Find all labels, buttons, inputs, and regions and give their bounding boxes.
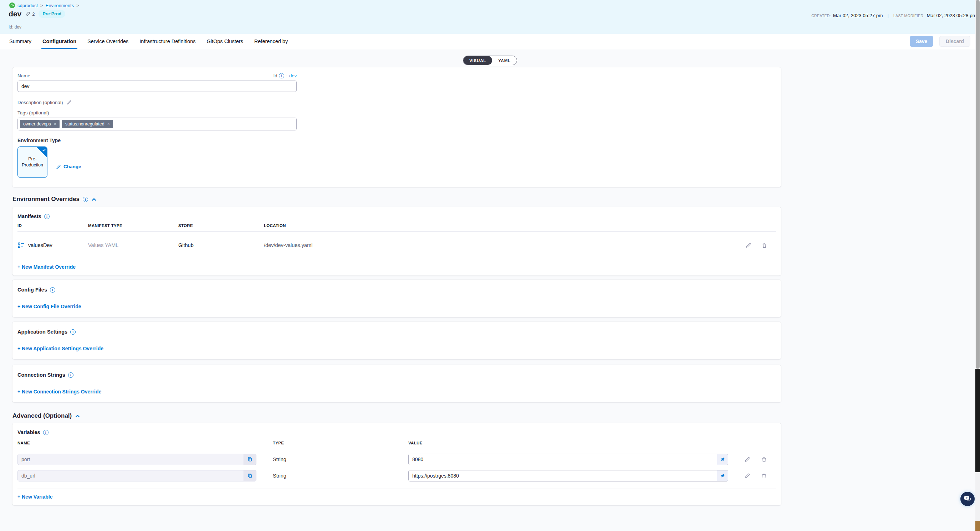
new-config-file-override-link[interactable]: + New Config File Override (18, 304, 81, 309)
config-files-card: Config Files i + New Config File Overrid… (13, 280, 781, 317)
pin-icon[interactable] (717, 471, 728, 481)
tab-infrastructure-definitions[interactable]: Infrastructure Definitions (140, 34, 196, 49)
delete-manifest-icon[interactable] (761, 243, 767, 248)
copy-icon[interactable] (243, 454, 256, 465)
page-title: dev (8, 10, 21, 18)
new-manifest-override-link[interactable]: + New Manifest Override (18, 264, 76, 270)
copy-icon[interactable] (243, 471, 256, 481)
variable-value-input[interactable] (409, 454, 717, 465)
name-label: Name (18, 73, 30, 78)
connection-strings-title: Connection Strings (18, 372, 65, 378)
discard-button[interactable]: Discard (939, 36, 970, 47)
info-icon[interactable]: i (50, 287, 55, 293)
divider (18, 488, 776, 489)
info-icon[interactable]: i (70, 329, 76, 334)
column-value: VALUE (408, 441, 728, 445)
variable-name-input[interactable] (18, 454, 243, 465)
column-manifest-type: MANIFEST TYPE (88, 223, 178, 228)
tab-gitops-clusters[interactable]: GitOps Clusters (207, 34, 243, 49)
tab-configuration[interactable]: Configuration (43, 34, 76, 49)
tag-count-value: 2 (32, 11, 35, 17)
manifest-type: Values YAML (88, 243, 178, 248)
id-separator: : (286, 73, 288, 78)
edit-manifest-icon[interactable] (745, 243, 751, 248)
scrollbar-thumb[interactable] (976, 0, 980, 369)
divider (18, 259, 776, 259)
created-label: CREATED: (811, 14, 831, 18)
env-type-badge: Pre-Prod (38, 10, 65, 18)
info-icon[interactable]: i (68, 372, 73, 378)
name-input[interactable] (18, 81, 297, 92)
modified-value: Mar 02, 2023 05:28 pm (926, 13, 977, 18)
environment-overrides-heading: Environment Overrides i (13, 196, 980, 203)
tags-input[interactable]: owner:devops × status:nonregulated × (18, 117, 297, 130)
config-files-title: Config Files (18, 287, 47, 293)
tab-bar: Summary Configuration Service Overrides … (0, 34, 980, 49)
info-icon[interactable]: i (43, 430, 48, 435)
description-label: Description (optional) (18, 100, 63, 105)
tab-service-overrides[interactable]: Service Overrides (88, 34, 128, 49)
environment-details-card: Name Id i : dev Description (optional) T… (13, 67, 781, 187)
manifest-row[interactable]: valuesDev Values YAML Github /dev/dev-va… (18, 231, 776, 259)
manifests-table-header: ID MANIFEST TYPE STORE LOCATION (18, 223, 776, 228)
timestamps: CREATED: Mar 02, 2023 05:27 pm | LAST MO… (811, 13, 977, 18)
breadcrumb-environments[interactable]: Environments (46, 3, 74, 8)
toggle-yaml[interactable]: YAML (492, 56, 517, 65)
created-value: Mar 02, 2023 05:27 pm (833, 13, 883, 18)
pin-icon[interactable] (717, 454, 728, 465)
info-icon[interactable]: i (279, 73, 284, 78)
environment-type-card[interactable]: Pre-Production (18, 146, 48, 178)
tab-summary[interactable]: Summary (9, 34, 31, 49)
advanced-heading: Advanced (Optional) (13, 412, 980, 420)
page-header: cdproduct > Environments > dev 2 Pre-Pro… (0, 0, 980, 34)
edit-description-icon[interactable] (66, 100, 72, 105)
tag-chip-label: owner:devops (23, 122, 51, 127)
id-value: dev (289, 73, 297, 78)
column-name: NAME (18, 441, 273, 445)
new-variable-link[interactable]: + New Variable (18, 494, 52, 499)
meta-separator: | (887, 13, 889, 18)
chevron-up-icon[interactable] (91, 197, 97, 202)
tags-label: Tags (optional) (18, 110, 776, 116)
remove-tag-icon[interactable]: × (54, 122, 56, 127)
environment-overrides-title: Environment Overrides (13, 196, 80, 203)
manifest-location: /dev/dev-values.yaml (264, 243, 737, 248)
change-env-type-link[interactable]: Change (56, 155, 81, 178)
manifests-card: Manifests i ID MANIFEST TYPE STORE LOCAT… (13, 207, 781, 276)
variable-name-input[interactable] (18, 471, 243, 481)
delete-variable-icon[interactable] (761, 473, 767, 479)
variable-value-input[interactable] (409, 471, 717, 481)
breadcrumb-separator: > (76, 3, 79, 8)
remove-tag-icon[interactable]: × (107, 122, 110, 127)
svg-text:?: ? (966, 496, 967, 499)
save-button[interactable]: Save (910, 36, 933, 47)
info-icon[interactable]: i (83, 197, 88, 202)
check-icon (42, 148, 46, 152)
chat-bubble-icon: ? (964, 495, 972, 502)
visual-yaml-toggle: VISUAL YAML (463, 55, 517, 65)
variables-table-header: NAME TYPE VALUE (18, 441, 776, 445)
edit-variable-icon[interactable] (744, 457, 750, 463)
main-content: VISUAL YAML Name Id i : dev Description … (0, 49, 980, 531)
delete-variable-icon[interactable] (761, 457, 767, 463)
chevron-up-icon[interactable] (75, 414, 80, 418)
toggle-visual[interactable]: VISUAL (463, 56, 492, 65)
application-settings-title: Application Settings (18, 329, 67, 334)
info-icon[interactable]: i (44, 214, 49, 219)
breadcrumb-product[interactable]: cdproduct (18, 3, 38, 8)
new-application-settings-override-link[interactable]: + New Application Settings Override (18, 346, 103, 351)
column-type: TYPE (273, 441, 408, 445)
new-connection-strings-override-link[interactable]: + New Connection Strings Override (18, 389, 101, 395)
help-chat-button[interactable]: ? (960, 492, 975, 506)
scrollbar[interactable] (975, 0, 980, 531)
environment-type-value: Pre-Production (18, 156, 47, 168)
product-icon (9, 3, 15, 8)
connection-strings-card: Connection Strings i + New Connection St… (13, 365, 781, 403)
entity-id: Id: dev (8, 25, 21, 30)
manifest-store: Github (178, 243, 264, 248)
tab-referenced-by[interactable]: Referenced by (254, 34, 288, 49)
tag-chip-label: status:nonregulated (65, 122, 105, 127)
tag-icon (25, 11, 31, 17)
scrollbar-dark-segment (975, 369, 980, 472)
edit-variable-icon[interactable] (744, 473, 750, 479)
